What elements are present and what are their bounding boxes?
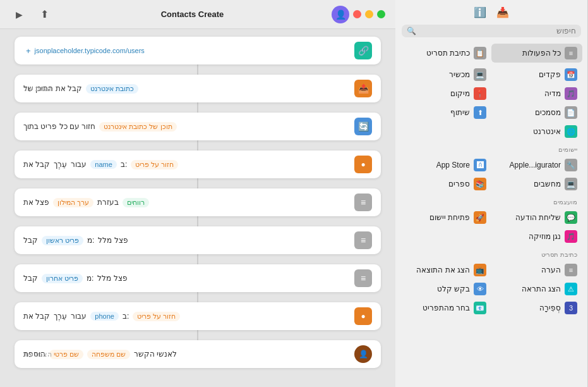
search-input[interactable] xyxy=(419,27,576,35)
repeat-node[interactable]: 🔄 תוכן של כתובת אינטרנט חזור עם כל פריט … xyxy=(15,113,381,140)
get-value-phone-content: חזור על פריט :ב phone עבור עֵרֶך קבל את xyxy=(23,312,349,321)
play-button[interactable]: ▶ xyxy=(10,6,28,23)
minimize-button[interactable] xyxy=(365,10,373,18)
comment-label: הערה xyxy=(541,266,561,274)
launch-app-icon: 🚀 xyxy=(474,211,486,224)
get-first-label: קבל xyxy=(23,236,38,245)
split-icon: ≡ xyxy=(354,194,372,211)
display-output-label: הצג את התוצאה xyxy=(416,266,470,274)
info-icon[interactable]: ℹ️ xyxy=(474,6,486,18)
sidebar-item-ask-input[interactable]: 👁 בקש קלט xyxy=(400,280,491,298)
sidebar-item-location[interactable]: 📍 מיקום xyxy=(400,84,491,103)
alert-label: הצג התראה xyxy=(522,285,561,293)
sidebar-item-device[interactable]: 💻 מכשיר xyxy=(400,65,491,84)
sidebar-item-books[interactable]: 📚 ספרים xyxy=(400,175,491,194)
get-value-phone-prefix: קבל את xyxy=(23,312,50,321)
sidebar-item-comment[interactable]: ≡ הערה xyxy=(491,261,582,280)
sidebar-item-share[interactable]: ⬆ שיתוף xyxy=(400,103,491,122)
sidebar-item-all-actions[interactable]: ≡ כל הפעולות xyxy=(491,44,582,63)
get-value-phone-node[interactable]: ● חזור על פריט :ב phone עבור עֵרֶך קבל א… xyxy=(15,302,381,330)
url-node-content: jsonplaceholder.typicode.com/users + xyxy=(23,46,349,56)
get-value-name-prefix: קבל את xyxy=(23,160,50,169)
share-button[interactable]: ⬆ xyxy=(35,6,53,23)
play-music-icon: 🎵 xyxy=(565,230,577,243)
get-url-icon: 📤 xyxy=(354,80,372,97)
toolbar-right: 👤 xyxy=(332,6,385,23)
get-url-hint: הצגת עוד xyxy=(23,85,52,93)
sidebar-item-computers[interactable]: 💻 מחשבים xyxy=(491,175,582,194)
docs-icon: 📄 xyxy=(565,106,577,119)
toolbar-title: Contacts Create xyxy=(61,9,324,19)
connector-2 xyxy=(197,102,198,113)
device-icon: 💻 xyxy=(474,68,486,81)
sidebar-item-app-store[interactable]: 🅰 App Store xyxy=(400,156,491,175)
books-icon: 📚 xyxy=(474,178,486,190)
close-button[interactable] xyxy=(353,10,361,18)
url-node[interactable]: 🔗 jsonplaceholder.typicode.com/users + xyxy=(15,37,381,64)
maximize-button[interactable] xyxy=(377,10,385,18)
get-value-phone-erk: עֵרֶך xyxy=(54,312,67,321)
main-area: ▶ ⬆ Contacts Create 👤 🔗 jsonplaceholder.… xyxy=(0,0,395,387)
get-last-label: קבל xyxy=(23,274,38,283)
get-url-node[interactable]: 📤 כתובת אינטרנט קבל את התוכן של הצגת עוד xyxy=(15,75,381,102)
connector-1 xyxy=(197,64,198,75)
sidebar-item-scripting[interactable]: 📋 כתיבת תסריט xyxy=(400,44,491,63)
get-value-name-key: name xyxy=(90,160,117,169)
controls-icon: 📅 xyxy=(565,68,577,81)
connector-6 xyxy=(197,254,198,264)
get-url-content: כתובת אינטרנט קבל את התוכן של xyxy=(23,84,349,94)
choose-from-menu-icon: 📧 xyxy=(474,302,486,314)
split-node[interactable]: ≡ רווחים בעזרת ערך המילון פצל את xyxy=(15,188,381,216)
app-store-icon: 🅰 xyxy=(474,159,486,171)
add-contact-extra: לאנשי הקשר xyxy=(134,350,177,359)
sidebar-item-media[interactable]: 🎵 מדיה xyxy=(491,84,582,103)
sidebar-item-internet[interactable]: 🌐 אינטרנט xyxy=(491,122,582,141)
share-icon: ⬆ xyxy=(474,106,486,119)
get-value-phone-for: עבור xyxy=(71,312,87,321)
search-bar: 🔍 xyxy=(402,25,581,37)
apps-section: 🔧 Apple...igurator 🅰 App Store 💻 מחשבים … xyxy=(395,154,587,195)
get-last-content: פצל מלל :מ פריט אחרון קבל xyxy=(23,274,349,283)
get-first-icon: ≡ xyxy=(354,231,372,249)
alert-icon: ⚠ xyxy=(565,283,577,295)
sidebar: ℹ️ 📥 🔍 ≡ כל הפעולות 📋 כתיבת תסריט 📅 פקדי… xyxy=(395,0,588,387)
send-message-icon: 💬 xyxy=(565,211,577,224)
location-label: מיקום xyxy=(450,89,470,98)
repeat-label: חזור עם כל פריט בתוך xyxy=(23,122,95,131)
get-last-node[interactable]: ≡ פצל מלל :מ פריט אחרון קבל xyxy=(15,264,381,292)
connector-5 xyxy=(197,216,198,226)
connector-3 xyxy=(197,140,198,150)
sidebar-item-controls[interactable]: 📅 פקדים xyxy=(491,65,582,84)
computers-icon: 💻 xyxy=(565,178,577,190)
get-url-tag: כתובת אינטרנט xyxy=(86,84,138,94)
play-music-label: נגן מוזיקה xyxy=(529,232,561,241)
display-output-icon: 📺 xyxy=(474,264,486,276)
save-icon[interactable]: 📥 xyxy=(496,6,509,18)
sidebar-item-counting[interactable]: 3 סְפִירָה xyxy=(491,298,582,317)
sidebar-item-play-music[interactable]: 🎵 נגן מוזיקה xyxy=(491,227,582,246)
sidebar-item-launch-app[interactable]: 🚀 פתיחת יישום xyxy=(400,208,491,227)
user-avatar[interactable]: 👤 xyxy=(332,6,349,23)
sidebar-item-docs[interactable]: 📄 מסמכים xyxy=(491,103,582,122)
sidebar-item-send-message[interactable]: 💬 שליחת הודעה xyxy=(491,208,582,227)
sidebar-item-apple-configurator[interactable]: 🔧 Apple...igurator xyxy=(491,156,582,175)
flow-canvas: 🔗 jsonplaceholder.typicode.com/users + 📤… xyxy=(0,29,395,387)
sidebar-item-alert[interactable]: ⚠ הצג התראה xyxy=(491,280,582,298)
get-value-name-icon: ● xyxy=(354,156,372,173)
window-title: Contacts Create xyxy=(161,9,224,19)
get-first-node[interactable]: ≡ פצל מלל :מ פריט ראשון קבל xyxy=(15,226,381,254)
get-value-name-node[interactable]: ● חזור על פריט :ב name עבור עֵרֶך קבל את xyxy=(15,150,381,178)
url-node-icon: 🔗 xyxy=(354,42,372,59)
connector-7 xyxy=(197,292,198,302)
sidebar-item-choose-from-menu[interactable]: 📧 בחר מהתפריט xyxy=(400,298,491,317)
send-message-label: שליחת הודעה xyxy=(515,213,561,222)
sidebar-item-display-output[interactable]: 📺 הצג את התוצאה xyxy=(400,261,491,280)
internet-icon: 🌐 xyxy=(565,125,577,138)
sidebar-top-icons: ℹ️ 📥 xyxy=(395,0,587,22)
internet-label: אינטרנט xyxy=(533,127,561,136)
get-value-name-b: :ב xyxy=(121,160,127,169)
get-last-extra2: פצל מלל xyxy=(97,274,127,283)
url-plus-icon: + xyxy=(26,46,31,56)
main-toolbar: ▶ ⬆ Contacts Create 👤 xyxy=(0,0,395,29)
add-contact-node[interactable]: 👤 לאנשי הקשר שם משפחה שם פרטי הוספת הצגת… xyxy=(15,340,381,368)
